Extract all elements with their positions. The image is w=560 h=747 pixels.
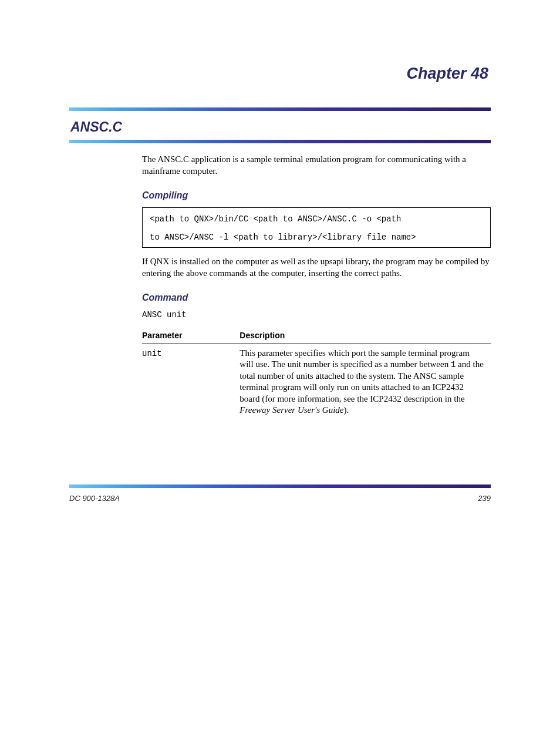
gradient-rule-under-title xyxy=(69,140,491,143)
table-header-description: Description xyxy=(239,328,491,344)
footer-doc-id: DC 900-1328A xyxy=(69,494,120,503)
section-heading-command: Command xyxy=(142,291,491,304)
compile-command-line1: <path to QNX>/bin/CC <path to ANSC>/ANSC… xyxy=(150,214,483,225)
param-name: unit xyxy=(142,349,162,358)
chapter-label: Chapter 48 xyxy=(69,65,491,83)
compile-command-line2: to ANSC>/ANSC -l <path to library>/<libr… xyxy=(150,232,483,243)
footer-page-number: 239 xyxy=(478,494,491,503)
table-header-parameter: Parameter xyxy=(142,328,239,344)
table-row: unit This parameter specifies which port… xyxy=(142,344,491,420)
gradient-rule-top xyxy=(69,107,491,111)
parameters-table: Parameter Description unit This paramete… xyxy=(142,328,491,419)
gradient-rule-footer xyxy=(69,484,491,488)
section-heading-compiling: Compiling xyxy=(142,189,491,201)
command-syntax: ANSC unit xyxy=(142,309,491,321)
page-title: ANSC.C xyxy=(69,119,491,135)
param-description: This parameter specifies which port the … xyxy=(239,344,491,420)
compile-description: If QNX is installed on the computer as w… xyxy=(142,256,491,280)
compile-command-box: <path to QNX>/bin/CC <path to ANSC>/ANSC… xyxy=(142,207,491,248)
page-footer: DC 900-1328A 239 xyxy=(69,494,491,503)
intro-paragraph: The ANSC.C application is a sample termi… xyxy=(142,154,491,177)
